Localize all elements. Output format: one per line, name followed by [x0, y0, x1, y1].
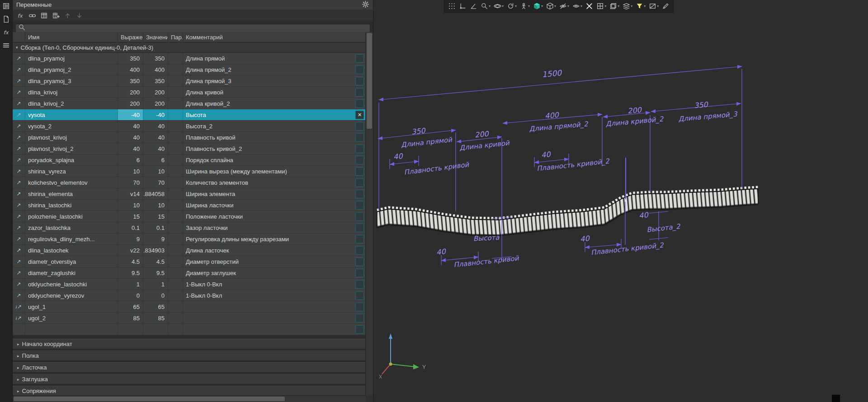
table-row[interactable]: ↗ diametr_otverstiya 4.5 4.5 Диаметр отв… — [13, 256, 366, 267]
variable-value-cell[interactable]: 200 — [143, 87, 168, 98]
variable-comment-cell[interactable]: Длина кривой_2 — [183, 98, 366, 109]
variable-name-cell[interactable]: plavnost_krivoj_2 — [25, 143, 118, 154]
variable-expression-cell[interactable]: 1 — [118, 279, 143, 290]
variable-comment-cell[interactable]: Длина прямой_3 — [183, 75, 366, 86]
group-row-assembly[interactable]: ▾ Сборка (Тел-0, Сборочных единиц-0, Дет… — [13, 42, 366, 53]
variable-comment-cell[interactable] — [183, 324, 366, 335]
variable-comment-cell[interactable]: Высота_2 — [183, 121, 366, 131]
table-row[interactable]: ↗ shirina_lastochki 10 10 Ширина ласточк… — [13, 200, 366, 211]
variable-param-cell[interactable] — [168, 290, 183, 301]
close-variable-button[interactable] — [355, 269, 364, 277]
variable-param-cell[interactable] — [168, 121, 183, 131]
variable-comment-cell[interactable]: Высота ✕ — [183, 109, 366, 120]
clip-grid-icon[interactable]: ▾ — [595, 0, 608, 12]
search-input[interactable] — [28, 24, 368, 32]
table-row[interactable]: ↗ kolichestvo_elementov 70 70 Количество… — [13, 177, 366, 188]
group-row[interactable]: ▸Заглушка — [13, 374, 366, 384]
dimension-value[interactable]: 350 — [411, 126, 426, 136]
variable-comment-cell[interactable] — [183, 313, 366, 323]
table-icon[interactable] — [39, 9, 49, 22]
group-row[interactable]: ▸Сопряжения — [13, 386, 366, 396]
shaded-view-icon[interactable]: ▾ — [532, 0, 544, 12]
variable-param-cell[interactable] — [168, 324, 183, 335]
orientation-icon[interactable]: ▾ — [519, 0, 531, 12]
fx-icon[interactable]: fx — [2, 28, 10, 36]
variable-name-cell[interactable]: vysota — [25, 109, 118, 120]
variable-expression-cell[interactable]: 70 — [118, 177, 143, 188]
variable-param-cell[interactable] — [168, 211, 183, 222]
variable-name-cell[interactable]: shirina_vyreza — [25, 166, 118, 177]
column-header-value[interactable]: Значение — [143, 32, 168, 42]
variable-param-cell[interactable] — [168, 245, 183, 256]
table-row[interactable]: ↗ otklyuchenie_vyrezov 0 0 1-Выкл 0-Вкл — [13, 290, 366, 301]
variable-value-cell[interactable]: 350 — [143, 75, 168, 86]
stylus-icon[interactable] — [660, 0, 671, 12]
close-variable-button[interactable] — [355, 212, 364, 221]
variable-value-cell[interactable]: -40 — [143, 109, 168, 120]
variable-value-cell[interactable]: 6 — [143, 154, 168, 165]
variable-name-cell[interactable]: otklyuchenie_vyrezov — [25, 290, 118, 301]
table-row[interactable]: ↗ dlina_krivoj_2 200 200 Длина кривой_2 — [13, 98, 366, 109]
column-header-comment[interactable]: Комментарий — [183, 32, 366, 42]
variable-expression-cell[interactable]: -40 — [118, 109, 143, 120]
rotate-icon[interactable]: ▾ — [505, 0, 518, 12]
close-variable-button[interactable] — [355, 201, 364, 210]
variable-param-cell[interactable] — [168, 267, 183, 278]
close-variable-button[interactable] — [355, 88, 364, 97]
variable-comment-cell[interactable]: 1-Выкл 0-Вкл — [183, 290, 366, 301]
vertical-scrollbar[interactable] — [365, 32, 373, 396]
variable-name-cell[interactable]: ugol_2 — [25, 313, 118, 323]
dimension-value[interactable]: 200 — [474, 129, 490, 139]
variable-expression-cell[interactable]: 4.5 — [118, 256, 143, 267]
dimension-value[interactable]: 40 — [393, 152, 404, 161]
variable-comment-cell[interactable]: Диаметр заглушек — [183, 267, 366, 278]
variable-comment-cell[interactable]: Порядок сплайна — [183, 154, 366, 165]
table-row[interactable]: ↗ plavnost_krivoj 40 40 Плавность кривой — [13, 132, 366, 143]
variable-param-cell[interactable] — [168, 177, 183, 188]
variable-name-cell[interactable]: zazor_lastochka — [25, 222, 118, 233]
close-variable-button[interactable] — [355, 246, 364, 255]
hide-eye-icon[interactable]: ▾ — [558, 0, 571, 12]
variable-value-cell[interactable]: 70 — [143, 177, 168, 188]
table-row[interactable]: ↗ shirina_elementa v14 11.884058 Ширина … — [13, 188, 366, 200]
variable-name-cell[interactable]: dlina_krivoj_2 — [25, 98, 118, 109]
variable-name-cell[interactable]: polozhenie_lastochki — [25, 211, 118, 222]
sheet-stack-icon[interactable]: ▾ — [608, 0, 621, 12]
arrow-down-icon[interactable] — [74, 9, 85, 22]
snap-grid-icon[interactable] — [447, 0, 457, 12]
layers-icon[interactable]: ▾ — [621, 0, 634, 12]
variable-value-cell[interactable]: 15 — [143, 211, 168, 222]
close-variable-button[interactable] — [355, 178, 364, 187]
dimension-label[interactable]: Длина кривой_2 — [605, 115, 664, 128]
close-variable-button[interactable] — [355, 77, 364, 85]
dimension-label[interactable]: Плавность кривой_2 — [590, 241, 665, 257]
table-row[interactable]: ↗ dlina_pryamoj 350 350 Длина прямой — [13, 53, 366, 64]
variable-comment-cell[interactable] — [183, 301, 366, 312]
group-row[interactable]: ▸Начало координат — [13, 339, 366, 349]
dimension-value[interactable]: 40 — [436, 247, 447, 257]
dimension-value[interactable]: 40 — [580, 234, 591, 243]
variable-value-cell[interactable]: 400 — [143, 64, 168, 75]
dimension-value[interactable]: 200 — [627, 106, 642, 116]
dimension-texts[interactable]: 1500 350 Длина прямой 200 Длина кривой 4… — [393, 68, 738, 269]
variable-comment-cell[interactable]: Регулировка длины между разрезами — [183, 234, 366, 244]
dimension-value[interactable]: 40 — [639, 210, 650, 220]
close-variable-button[interactable] — [355, 167, 364, 176]
viewport-3d[interactable]: ▾▾▾▾▾▾▾▾▾▾▾▾▾ — [373, 0, 868, 402]
variable-comment-cell[interactable]: Диаметр отверстий — [183, 256, 366, 267]
variable-name-cell[interactable]: dlina_pryamoj_3 — [25, 75, 118, 86]
close-variable-button[interactable] — [355, 65, 364, 74]
snap-corner-icon[interactable] — [458, 0, 468, 12]
close-variable-button[interactable] — [355, 303, 364, 311]
variable-value-cell[interactable]: 200 — [143, 98, 168, 109]
variable-value-cell[interactable] — [143, 324, 168, 335]
table-row[interactable]: ↗ dlina_lastochek v22 206.834903 Длина л… — [13, 245, 366, 256]
dimension-value[interactable]: 400 — [544, 111, 560, 121]
table-row[interactable]: ↗ dlina_pryamoj_2 400 400 Длина прямой_2 — [13, 64, 366, 75]
variable-param-cell[interactable] — [168, 256, 183, 267]
section-icon[interactable] — [584, 0, 594, 12]
variable-value-cell[interactable]: 40 — [143, 121, 168, 131]
variable-value-cell[interactable]: 40 — [143, 143, 168, 154]
dimension-value[interactable]: 1500 — [542, 68, 563, 79]
variable-comment-cell[interactable]: Зазор ласточки — [183, 222, 366, 233]
